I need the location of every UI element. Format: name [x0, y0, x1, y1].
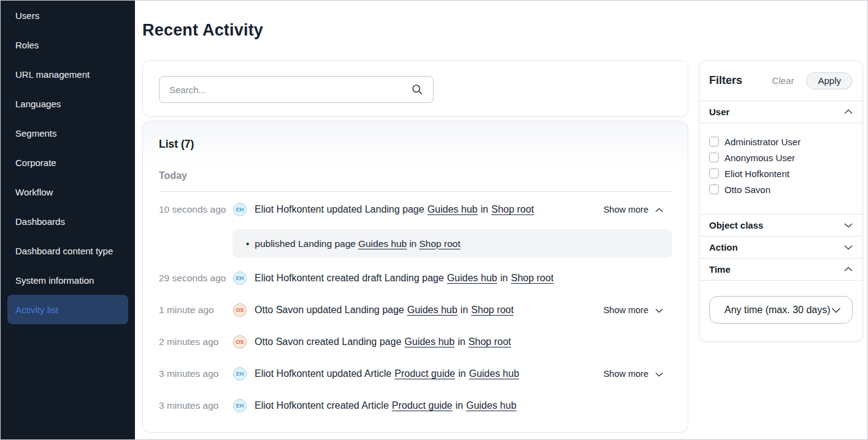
checkbox-label: Administrator User: [724, 137, 801, 147]
filter-section-user[interactable]: User: [699, 101, 862, 123]
sidebar-item-languages[interactable]: Languages: [7, 89, 128, 118]
filter-section-time[interactable]: Time: [699, 259, 862, 281]
activity-timestamp: 2 minutes ago: [159, 336, 233, 347]
activity-detail: • published Landing page Guides hub in S…: [232, 229, 672, 258]
activity-text: Otto Savon created Landing page Guides h…: [255, 336, 511, 347]
show-more-button[interactable]: Show more: [604, 305, 663, 315]
sidebar-item-corporate[interactable]: Corporate: [7, 148, 128, 177]
chevron-up-icon: [655, 205, 663, 214]
show-more-label: Show more: [604, 205, 648, 214]
content-link[interactable]: Guides hub: [428, 204, 478, 215]
sidebar-item-dashboards[interactable]: Dashboards: [7, 207, 128, 236]
time-filter-body: Any time (max. 30 days): [699, 281, 862, 339]
location-link[interactable]: Shop root: [469, 336, 511, 347]
avatar: OS: [233, 335, 247, 349]
content-link[interactable]: Guides hub: [407, 305, 458, 316]
location-link[interactable]: Shop root: [511, 273, 553, 284]
filter-section-label: Time: [709, 264, 731, 275]
time-range-select[interactable]: Any time (max. 30 days): [709, 296, 853, 324]
chevron-up-icon: [844, 267, 853, 272]
sidebar-item-users[interactable]: Users: [7, 1, 128, 30]
sidebar-item-label: Dashboard content type: [15, 246, 113, 256]
location-link[interactable]: Shop root: [491, 204, 534, 215]
activity-text: Eliot Hofkontent created Article Product…: [255, 400, 517, 411]
filter-section-object-class[interactable]: Object class: [699, 214, 862, 237]
search-card: [142, 60, 688, 117]
checkbox[interactable]: [709, 137, 719, 146]
search-box: [159, 76, 434, 103]
sidebar-item-label: Corporate: [15, 157, 56, 168]
activity-timestamp: 3 minutes ago: [159, 400, 233, 411]
clear-filters-button[interactable]: Clear: [772, 75, 794, 86]
location-link[interactable]: Shop root: [471, 305, 513, 316]
activity-text-segment: Eliot Hofkontent updated Landing page: [255, 204, 424, 215]
chevron-down-icon: [655, 369, 663, 379]
checkbox-label: Otto Savon: [724, 184, 770, 195]
sidebar-item-workflow[interactable]: Workflow: [7, 177, 128, 207]
activity-row: 3 minutes ago EH Eliot Hofkontent update…: [143, 365, 688, 382]
sidebar: Users Roles URL management Languages Seg…: [1, 1, 135, 439]
content-link[interactable]: Guides hub: [358, 238, 407, 249]
checkbox-label: Anonymous User: [724, 153, 795, 163]
activity-text-segment: Otto Savon updated Landing page: [255, 305, 404, 316]
activity-row: 10 seconds ago EH Eliot Hofkontent updat…: [143, 201, 688, 218]
activity-row: 29 seconds ago EH Eliot Hofkontent creat…: [143, 270, 688, 287]
avatar: EH: [233, 367, 247, 381]
activity-text: Eliot Hofkontent created draft Landing p…: [255, 273, 553, 284]
sidebar-item-label: Dashboards: [15, 216, 65, 227]
activity-text-segment: in: [456, 400, 463, 411]
page-title: Recent Activity: [142, 21, 263, 40]
filter-section-action[interactable]: Action: [699, 237, 862, 259]
search-icon[interactable]: [411, 83, 423, 96]
checkbox[interactable]: [709, 184, 719, 194]
filter-section-label: Object class: [709, 220, 763, 230]
content-link[interactable]: Product guide: [394, 368, 455, 379]
checkbox-label: Eliot Hofkontent: [724, 169, 789, 179]
search-input[interactable]: [159, 77, 411, 102]
activity-timestamp: 10 seconds ago: [159, 204, 233, 215]
sidebar-item-dashboard-content-type[interactable]: Dashboard content type: [7, 236, 128, 265]
location-link[interactable]: Guides hub: [469, 368, 519, 379]
show-more-button[interactable]: Show more: [604, 369, 663, 379]
sidebar-item-label: System information: [15, 275, 94, 286]
location-link[interactable]: Guides hub: [466, 400, 517, 411]
checkbox[interactable]: [709, 153, 719, 162]
detail-text: published Landing page Guides hub in Sho…: [255, 238, 460, 249]
activity-list-card: List (7) Today 10 seconds ago EH Eliot H…: [142, 121, 688, 433]
chevron-down-icon: [844, 245, 853, 250]
sidebar-item-system-information[interactable]: System information: [7, 265, 128, 295]
filters-title: Filters: [709, 74, 742, 87]
sidebar-item-label: Roles: [15, 40, 39, 50]
sidebar-item-activity-list[interactable]: Activity list: [7, 295, 128, 324]
filters-panel: Filters Clear Apply User Administrator U…: [699, 60, 863, 342]
sidebar-item-url-management[interactable]: URL management: [7, 59, 128, 89]
content-link[interactable]: Product guide: [392, 400, 453, 411]
sidebar-item-label: Segments: [15, 128, 57, 138]
content-link[interactable]: Guides hub: [447, 273, 497, 284]
sidebar-item-roles[interactable]: Roles: [7, 30, 128, 59]
activity-text-segment: in: [481, 204, 488, 215]
filter-option-otto-savon[interactable]: Otto Savon: [709, 181, 853, 197]
avatar: OS: [233, 303, 247, 317]
sidebar-item-label: Workflow: [15, 187, 53, 197]
show-more-button[interactable]: Show more: [604, 205, 663, 214]
main-content: Recent Activity List (7) Today 10 second…: [135, 1, 867, 439]
activity-text-segment: Eliot Hofkontent created draft Landing p…: [255, 273, 444, 284]
chevron-up-icon: [844, 109, 853, 115]
show-more-label: Show more: [604, 369, 648, 379]
activity-text: Eliot Hofkontent updated Article Product…: [255, 368, 519, 379]
activity-row: 1 minute ago OS Otto Savon updated Landi…: [143, 302, 688, 319]
activity-rows: 10 seconds ago EH Eliot Hofkontent updat…: [143, 201, 688, 429]
activity-text-segment: in: [461, 305, 468, 316]
filter-option-administrator-user[interactable]: Administrator User: [709, 134, 853, 150]
apply-filters-button[interactable]: Apply: [806, 72, 853, 89]
avatar: EH: [233, 399, 247, 412]
detail-text-segment: published Landing page: [255, 238, 356, 249]
content-link[interactable]: Guides hub: [404, 336, 455, 347]
filter-option-anonymous-user[interactable]: Anonymous User: [709, 150, 853, 165]
chevron-down-icon: [844, 222, 853, 228]
checkbox[interactable]: [709, 169, 719, 178]
location-link[interactable]: Shop root: [419, 238, 460, 249]
filter-option-eliot-hofkontent[interactable]: Eliot Hofkontent: [709, 165, 853, 181]
sidebar-item-segments[interactable]: Segments: [7, 118, 128, 148]
